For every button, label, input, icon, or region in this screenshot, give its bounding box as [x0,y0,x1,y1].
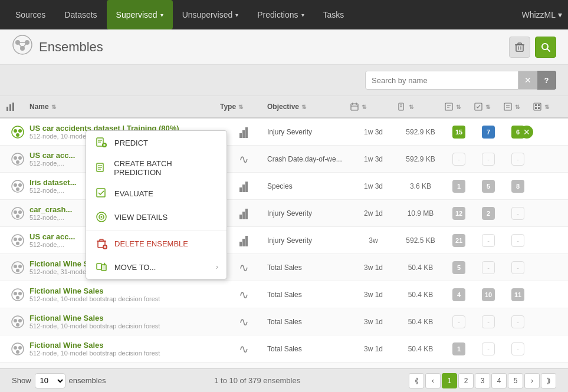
ctx-view-details[interactable]: VIEW DETAILS [86,205,226,229]
items-label: ensembles [69,376,106,385]
nav-tasks[interactable]: Tasks [314,0,354,29]
ctx-batch-predict-label: CREATE BATCH PREDICTION [114,159,218,177]
svg-rect-60 [97,263,101,269]
svg-point-67 [14,183,17,187]
row-predictions-badge: - [444,315,474,328]
row-name-link[interactable]: Fictional Wine Sales [29,314,220,322]
pagination-page-4[interactable]: 4 [491,373,507,388]
row-ensemble-icon [6,180,29,193]
pagination-next-button[interactable]: › [524,373,540,388]
svg-point-89 [16,323,19,327]
row-type: ∿ [220,152,267,166]
col-header-type[interactable]: Type ⇅ [220,103,267,111]
row-type [220,180,267,192]
row-ensemble-icon [6,288,29,301]
nav-sources[interactable]: Sources [6,0,55,29]
pagination-prev-button[interactable]: ‹ [425,373,441,388]
row-evaluations-badge: - [474,153,503,166]
col-header-evaluations[interactable]: ⇅ [474,102,503,111]
svg-point-69 [16,187,19,191]
pagination-page-1[interactable]: 1 [442,373,457,388]
delete-button[interactable] [509,37,530,58]
row-predictions-badge: 15 [444,126,474,139]
bar-chart-type-icon [239,180,248,192]
nav-predictions[interactable]: Predictions ▾ [248,0,313,29]
ctx-delete[interactable]: DELETE ENSEMBLE [86,232,226,255]
col-header-size[interactable]: ⇅ [397,102,444,111]
row-name-link[interactable]: Fictional Wine Sales [29,341,220,350]
row-size: 50.4 KB [397,318,444,326]
row-size: 592.9 KB [397,128,444,136]
wave-type-icon: ∿ [239,342,249,356]
per-page-select[interactable]: 10 25 50 100 [35,373,65,388]
row-objective: Total Sales [267,291,350,299]
search-help-button[interactable]: ? [537,71,556,90]
svg-rect-7 [516,45,523,51]
row-type [220,235,267,246]
pagination-page-3[interactable]: 3 [475,373,490,388]
ctx-move[interactable]: MOVE TO... › [86,255,226,279]
svg-point-53 [101,216,103,218]
col-header-objective[interactable]: Objective ⇅ [267,103,350,111]
view-details-icon [94,210,109,224]
col-header-predictions[interactable]: ⇅ [444,102,474,111]
col-header-date[interactable]: ⇅ [350,102,397,111]
row-date: 1w 3d [350,155,397,163]
nav-supervised[interactable]: Supervised ▾ [107,0,173,29]
pagination-page-5[interactable]: 5 [508,373,523,388]
svg-line-6 [22,42,27,48]
row-batch-predictions-badge: 11 [503,288,533,301]
row-close-button[interactable]: ✕ [520,126,533,139]
ensembles-icon [12,34,33,60]
predict-icon [94,136,109,150]
col-header-more[interactable]: ⇅ [533,102,562,111]
row-batch-predictions-badge: - [503,261,533,274]
row-name-link[interactable]: Fictional Wine Sales [29,286,220,295]
objective-sort-icon: ⇅ [301,104,306,110]
col-header-batch-predictions[interactable]: ⇅ [503,102,533,111]
col-header-name[interactable]: Name ⇅ [29,103,220,111]
table-row[interactable]: Fictional Wine Sales 512-node, 10-model … [0,308,568,335]
table-row[interactable]: Fictional Wine Sales 512-node, 10-model … [0,281,568,308]
svg-rect-9 [518,43,521,45]
svg-point-63 [14,156,17,160]
row-evaluations-badge: - [474,315,503,328]
nav-predictions-label: Predictions [257,10,298,19]
pagination-last-button[interactable]: ⟫ [541,373,556,388]
svg-point-84 [18,292,22,295]
search-toggle-button[interactable] [535,37,556,58]
row-objective: Injury Severity [267,128,350,136]
move-to-icon [94,260,109,274]
nav-datasets[interactable]: Datasets [55,0,106,29]
table-row[interactable]: Fictional Wine Sales 512-node, 10-model … [0,335,568,363]
svg-point-81 [16,269,19,272]
row-type [220,207,267,219]
user-menu[interactable]: WhizzML ▾ [521,10,562,19]
svg-point-87 [14,319,17,322]
nav-unsupervised[interactable]: Unsupervised ▾ [173,0,248,29]
row-objective: Injury Severity [267,209,350,218]
ctx-delete-label: DELETE ENSEMBLE [114,239,188,248]
row-evaluations-badge: 2 [474,207,503,220]
wave-type-icon: ∿ [239,288,249,302]
pagination-page-2[interactable]: 2 [458,373,474,388]
ctx-predict[interactable]: PREDICT [86,131,226,154]
svg-rect-32 [535,104,537,106]
svg-point-65 [16,160,19,164]
ctx-evaluate[interactable]: EVALUATE [86,182,226,205]
search-input[interactable] [365,71,518,90]
table-row[interactable]: US car accidents dataset | Training (80%… [0,118,568,146]
row-evaluations-badge: 7 [474,126,503,139]
col-type-label: Type [220,103,236,111]
nav-supervised-label: Supervised [116,10,157,19]
pagination-first-button[interactable]: ⟪ [409,373,424,388]
search-clear-button[interactable]: ✕ [518,71,537,90]
row-size: 592.5 KB [397,236,444,245]
ctx-batch-predict[interactable]: CREATE BATCH PREDICTION [86,154,226,182]
col-header-stats[interactable] [6,102,29,111]
page-title: Ensembles [39,39,103,55]
svg-point-93 [16,350,19,354]
name-sort-icon: ⇅ [51,104,56,110]
svg-rect-33 [538,104,540,106]
row-batch-predictions-badge: - [503,315,533,328]
